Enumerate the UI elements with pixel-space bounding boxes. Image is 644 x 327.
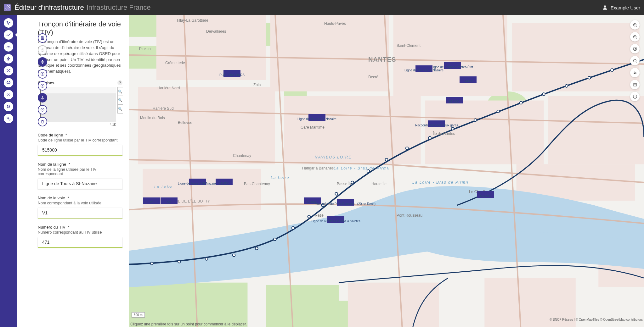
sliders-icon — [633, 70, 637, 75]
chart-canvas[interactable] — [40, 87, 116, 122]
anchor-button[interactable] — [38, 93, 47, 103]
tool-bolt[interactable] — [4, 54, 13, 64]
field-input[interactable] — [38, 179, 122, 189]
app-subtitle: Infrastructure France — [87, 3, 151, 12]
svg-point-44 — [367, 170, 370, 173]
svg-rect-3 — [9, 81, 9, 82]
field-label: Nom de la voie * — [38, 196, 122, 200]
svg-point-50 — [497, 110, 500, 113]
chart-zoom-out[interactable]: 🔍 — [117, 105, 123, 114]
grid-button[interactable] — [630, 80, 640, 89]
field-label: Nom de la ligne * — [38, 162, 122, 167]
svg-point-43 — [351, 181, 354, 184]
grid-icon — [633, 82, 637, 87]
tool-broadcast[interactable] — [4, 90, 13, 99]
svg-rect-32 — [348, 283, 439, 327]
svg-rect-20 — [156, 15, 266, 80]
platform-icon — [6, 80, 11, 85]
add-circle-icon — [40, 72, 45, 76]
svg-point-46 — [406, 147, 409, 150]
save-button[interactable] — [38, 33, 47, 43]
layers-button[interactable] — [630, 68, 640, 77]
scale-bar: 300 m — [132, 312, 145, 318]
add-button[interactable] — [38, 69, 47, 79]
tool-select[interactable] — [4, 18, 13, 28]
map-search-button[interactable] — [630, 56, 640, 65]
map-hint: Cliquez une première fois sur un point p… — [130, 322, 247, 326]
svg-rect-22 — [393, 15, 507, 96]
cursor-icon — [6, 20, 11, 25]
chart-zoom-reset[interactable]: 🔍 — [117, 96, 123, 105]
panel-toolbar — [38, 33, 47, 126]
tool-play-next[interactable] — [4, 102, 13, 111]
history-button[interactable] — [38, 45, 47, 55]
svg-point-41 — [321, 204, 324, 207]
remove-button[interactable] — [38, 105, 47, 114]
field-help: Code de ligne utilisé par le TIV corresp… — [38, 138, 122, 142]
map[interactable]: Tillay-La GarottièreDervallièresHauts-Pa… — [129, 15, 644, 327]
svg-point-49 — [474, 119, 477, 122]
svg-rect-13 — [129, 46, 156, 69]
svg-point-45 — [385, 158, 388, 161]
svg-rect-24 — [138, 87, 275, 164]
field-help: Nom de la ligne utilisée par le TIV corr… — [38, 167, 122, 176]
svg-rect-23 — [512, 23, 639, 91]
tool-gauge[interactable] — [4, 42, 13, 52]
svg-rect-18 — [266, 285, 339, 327]
tool-polyline[interactable] — [4, 30, 13, 40]
tool-shuffle[interactable] — [4, 66, 13, 75]
map-controls — [630, 20, 640, 101]
alert-button[interactable] — [630, 92, 640, 101]
app-header: Éditeur d'infrastructure Infrastructure … — [0, 0, 644, 15]
compass-button[interactable] — [630, 44, 640, 53]
search-icon — [633, 58, 637, 63]
field-input[interactable] — [38, 145, 122, 156]
close-circle-icon — [40, 84, 45, 88]
field-label: Code de ligne * — [38, 133, 122, 137]
svg-point-47 — [428, 136, 431, 139]
curves-label: Courbes ? — [38, 80, 122, 85]
delete-button[interactable] — [38, 117, 47, 126]
alert-icon — [633, 94, 637, 99]
gauge-icon — [6, 44, 11, 49]
svg-point-55 — [611, 69, 613, 71]
field-input[interactable] — [38, 237, 122, 248]
field-help: Numéro correspondant au TIV utilisé — [38, 230, 122, 235]
panel-description: Un tronçon d'itinéraire de voie (TIV) es… — [38, 39, 122, 75]
curves-help[interactable]: ? — [117, 80, 122, 85]
move-icon — [40, 60, 45, 64]
tool-pin-network[interactable] — [4, 114, 13, 123]
chart-zoom-in[interactable]: 🔍 — [117, 87, 123, 96]
svg-rect-17 — [129, 283, 247, 327]
field-2: Nom de la voie * Nom correspondant à la … — [38, 196, 122, 219]
zoom-out-icon — [633, 35, 637, 39]
zoom-out-button[interactable] — [630, 32, 640, 42]
broadcast-icon — [6, 92, 11, 97]
chart-x-max: 4.1K — [110, 123, 116, 126]
tool-platform[interactable] — [4, 78, 13, 87]
polyline-icon — [6, 32, 11, 37]
user-name: Example User — [611, 5, 640, 10]
shuffle-icon — [6, 68, 11, 73]
svg-point-9 — [42, 96, 43, 97]
svg-point-48 — [451, 127, 454, 130]
app-logo — [4, 4, 11, 11]
svg-point-52 — [542, 93, 545, 96]
svg-point-37 — [255, 247, 258, 250]
compass-icon — [633, 47, 637, 51]
svg-point-35 — [205, 258, 208, 260]
field-help: Nom correspondant à la voie utilisée — [38, 201, 122, 205]
svg-point-34 — [178, 260, 181, 263]
map-canvas — [129, 15, 644, 327]
svg-rect-2 — [8, 81, 8, 82]
panel-title: Tronçon d'itinéraire de voie (TIV) — [38, 20, 122, 36]
pin-network-icon — [6, 116, 11, 121]
zoom-in-button[interactable] — [630, 20, 640, 30]
svg-rect-21 — [270, 15, 389, 91]
move-button[interactable] — [38, 57, 47, 67]
field-1: Nom de la ligne * Nom de la ligne utilis… — [38, 162, 122, 189]
close-button[interactable] — [38, 81, 47, 91]
user-menu[interactable]: Example User — [602, 4, 640, 11]
field-input[interactable] — [38, 208, 122, 219]
svg-rect-26 — [425, 101, 544, 164]
